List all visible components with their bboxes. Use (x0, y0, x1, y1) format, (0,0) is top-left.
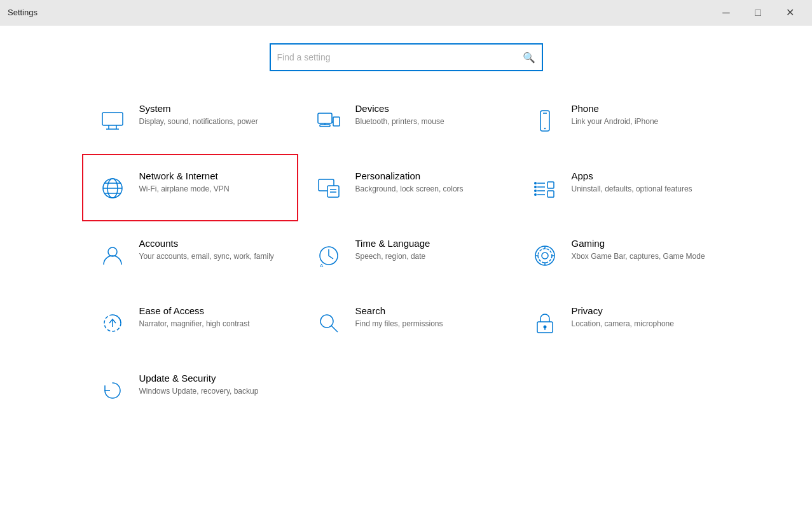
ease-icon (96, 307, 129, 340)
svg-point-10 (544, 128, 545, 129)
setting-item-network[interactable]: Network & InternetWi-Fi, airplane mode, … (82, 154, 298, 221)
setting-desc-system: Display, sound, notifications, power (139, 116, 258, 127)
setting-item-phone[interactable]: PhoneLink your Android, iPhone (514, 86, 731, 154)
setting-item-devices[interactable]: DevicesBluetooth, printers, mouse (298, 86, 514, 154)
setting-item-privacy[interactable]: PrivacyLocation, camera, microphone (514, 289, 731, 356)
search-input[interactable] (277, 52, 523, 62)
setting-title-devices: Devices (355, 103, 444, 114)
svg-rect-7 (320, 125, 330, 127)
setting-desc-personalization: Background, lock screen, colors (355, 184, 464, 195)
svg-point-35 (538, 249, 552, 263)
svg-point-29 (534, 190, 537, 192)
setting-desc-network: Wi-Fi, airplane mode, VPN (139, 184, 230, 195)
setting-title-ease: Ease of Access (139, 305, 250, 316)
setting-title-update: Update & Security (139, 373, 259, 384)
search-icon (312, 307, 345, 340)
gaming-icon (528, 239, 561, 272)
search-bar: 🔍 (270, 43, 543, 71)
setting-item-gaming[interactable]: GamingXbox Game Bar, captures, Game Mode (514, 221, 731, 289)
setting-item-time[interactable]: ATime & LanguageSpeech, region, date (298, 221, 514, 289)
phone-icon (528, 104, 561, 137)
setting-title-system: System (139, 103, 258, 114)
svg-rect-25 (547, 182, 554, 188)
svg-text:A: A (320, 263, 324, 268)
setting-title-gaming: Gaming (572, 238, 705, 249)
setting-desc-ease: Narrator, magnifier, high contrast (139, 319, 250, 329)
close-button[interactable]: ✕ (775, 3, 804, 23)
setting-desc-apps: Uninstall, defaults, optional features (572, 184, 692, 195)
svg-point-31 (108, 247, 117, 256)
svg-point-46 (543, 326, 546, 329)
setting-title-privacy: Privacy (572, 305, 674, 316)
svg-line-44 (331, 326, 338, 332)
svg-point-36 (542, 253, 548, 259)
setting-item-personalization[interactable]: PersonalizationBackground, lock screen, … (298, 154, 514, 221)
svg-rect-26 (547, 191, 554, 197)
setting-desc-devices: Bluetooth, printers, mouse (355, 116, 444, 127)
setting-desc-update: Windows Update, recovery, backup (139, 386, 259, 397)
main-content: 🔍 SystemDisplay, sound, notifications, p… (0, 25, 812, 512)
minimize-button[interactable]: ─ (712, 3, 741, 23)
privacy-icon (528, 307, 561, 340)
svg-point-30 (534, 193, 537, 196)
setting-desc-search: Find my files, permissions (355, 319, 443, 329)
setting-item-ease[interactable]: Ease of AccessNarrator, magnifier, high … (82, 289, 298, 356)
setting-title-apps: Apps (572, 170, 692, 181)
svg-rect-5 (333, 117, 340, 126)
setting-desc-accounts: Your accounts, email, sync, work, family (139, 251, 274, 262)
setting-item-system[interactable]: SystemDisplay, sound, notifications, pow… (82, 86, 298, 154)
network-icon (96, 172, 129, 205)
setting-item-accounts[interactable]: AccountsYour accounts, email, sync, work… (82, 221, 298, 289)
setting-title-accounts: Accounts (139, 238, 274, 249)
svg-rect-18 (327, 186, 339, 197)
setting-item-apps[interactable]: AppsUninstall, defaults, optional featur… (514, 154, 731, 221)
setting-item-search[interactable]: SearchFind my files, permissions (298, 289, 514, 356)
time-icon: A (312, 239, 345, 272)
apps-icon (528, 172, 561, 205)
setting-desc-gaming: Xbox Game Bar, captures, Game Mode (572, 251, 705, 262)
setting-title-phone: Phone (572, 103, 659, 114)
svg-point-27 (534, 182, 537, 184)
devices-icon (312, 104, 345, 137)
svg-rect-4 (318, 113, 332, 123)
maximize-button[interactable]: □ (743, 3, 773, 23)
setting-item-update[interactable]: Update & SecurityWindows Update, recover… (82, 356, 298, 424)
svg-point-28 (534, 186, 537, 188)
window-title: Settings (8, 8, 38, 17)
title-bar: Settings ─ □ ✕ (0, 0, 812, 25)
setting-title-network: Network & Internet (139, 170, 230, 181)
setting-title-time: Time & Language (355, 238, 430, 249)
setting-title-search: Search (355, 305, 443, 316)
accounts-icon (96, 239, 129, 272)
system-icon (96, 104, 129, 137)
setting-desc-privacy: Location, camera, microphone (572, 319, 674, 329)
svg-rect-0 (102, 113, 123, 125)
update-icon (96, 374, 129, 407)
search-icon: 🔍 (523, 52, 535, 64)
window-controls: ─ □ ✕ (712, 3, 804, 23)
search-bar-wrapper: 🔍 (0, 25, 812, 86)
setting-title-personalization: Personalization (355, 170, 464, 181)
setting-desc-phone: Link your Android, iPhone (572, 116, 659, 127)
setting-desc-time: Speech, region, date (355, 251, 430, 262)
personalization-icon (312, 172, 345, 205)
settings-grid: SystemDisplay, sound, notifications, pow… (82, 86, 731, 424)
